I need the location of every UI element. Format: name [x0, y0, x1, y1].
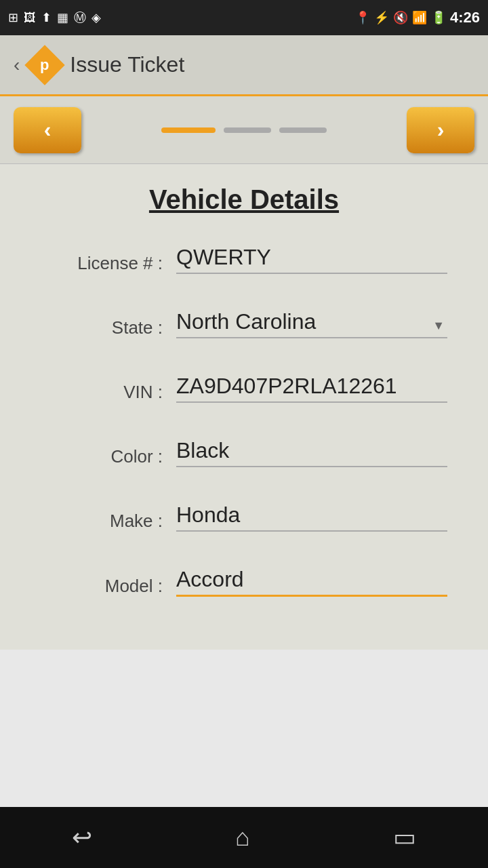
state-row: State : ▼	[41, 307, 447, 338]
make-label: Make :	[41, 511, 176, 532]
bottom-home-button[interactable]: ⌂	[235, 823, 250, 852]
license-label: License # :	[41, 253, 176, 274]
vin-row: VIN :	[41, 371, 447, 403]
vin-input[interactable]	[176, 371, 447, 401]
app-logo: p	[25, 45, 65, 85]
progress-step-1	[161, 127, 216, 133]
vin-input-wrap[interactable]	[176, 371, 447, 403]
wifi-icon: 📶	[412, 10, 427, 25]
add-icon: ⊞	[8, 10, 18, 25]
state-label: State :	[41, 317, 176, 338]
color-input[interactable]	[176, 435, 447, 466]
status-bar-right: 📍 ⚡ 🔇 📶 🔋 4:26	[355, 9, 480, 26]
bluetooth-icon: ⚡	[374, 10, 389, 25]
vin-label: VIN :	[41, 382, 176, 403]
license-row: License # :	[41, 242, 447, 274]
make-input-wrap[interactable]	[176, 500, 447, 532]
license-input[interactable]	[176, 242, 447, 273]
bottom-nav: ↩ ⌂ ▭	[0, 807, 488, 868]
model-input[interactable]	[176, 564, 447, 595]
upload-icon: ⬆	[41, 10, 52, 25]
color-row: Color :	[41, 435, 447, 467]
state-dropdown-icon: ▼	[432, 319, 445, 333]
app-bar: ‹ p Issue Ticket	[0, 35, 488, 96]
make-row: Make :	[41, 500, 447, 532]
nav-row: ‹ ›	[0, 96, 488, 164]
license-input-wrap[interactable]	[176, 242, 447, 274]
progress-step-2	[224, 127, 271, 133]
motorola-icon: Ⓜ	[74, 9, 86, 26]
model-row: Model :	[41, 564, 447, 597]
status-time: 4:26	[450, 9, 480, 26]
recent-nav-icon: ▭	[393, 823, 416, 852]
prev-button[interactable]: ‹	[14, 107, 81, 153]
bottom-back-button[interactable]: ↩	[72, 823, 92, 852]
home-nav-icon: ⌂	[235, 823, 250, 852]
app-back-button[interactable]: ‹	[14, 54, 20, 76]
location-icon: 📍	[355, 10, 370, 25]
model-input-wrap[interactable]	[176, 564, 447, 597]
app-logo-letter: p	[41, 56, 49, 73]
status-bar: ⊞ 🖼 ⬆ ▦ Ⓜ ◈ 📍 ⚡ 🔇 📶 🔋 4:26	[0, 0, 488, 35]
main-content: Vehicle Details License # : State : ▼ VI…	[0, 164, 488, 650]
color-input-wrap[interactable]	[176, 435, 447, 467]
next-button[interactable]: ›	[407, 107, 474, 153]
next-arrow-icon: ›	[437, 117, 445, 142]
make-input[interactable]	[176, 500, 447, 530]
color-label: Color :	[41, 446, 176, 467]
prev-arrow-icon: ‹	[44, 117, 52, 142]
status-bar-left: ⊞ 🖼 ⬆ ▦ Ⓜ ◈	[8, 9, 101, 26]
model-label: Model :	[41, 576, 176, 597]
progress-indicator	[161, 127, 327, 133]
battery-icon: 🔋	[431, 10, 446, 25]
progress-step-3	[279, 127, 327, 133]
state-input-wrap[interactable]: ▼	[176, 307, 447, 338]
page-title: Vehicle Details	[41, 184, 447, 215]
state-input[interactable]	[176, 307, 447, 337]
app-title: Issue Ticket	[70, 52, 184, 77]
map-icon: ◈	[92, 10, 101, 25]
image-icon: 🖼	[24, 11, 36, 25]
mute-icon: 🔇	[393, 10, 408, 25]
bottom-recent-button[interactable]: ▭	[393, 823, 416, 852]
bars-icon: ▦	[57, 10, 68, 25]
back-nav-icon: ↩	[72, 823, 92, 852]
